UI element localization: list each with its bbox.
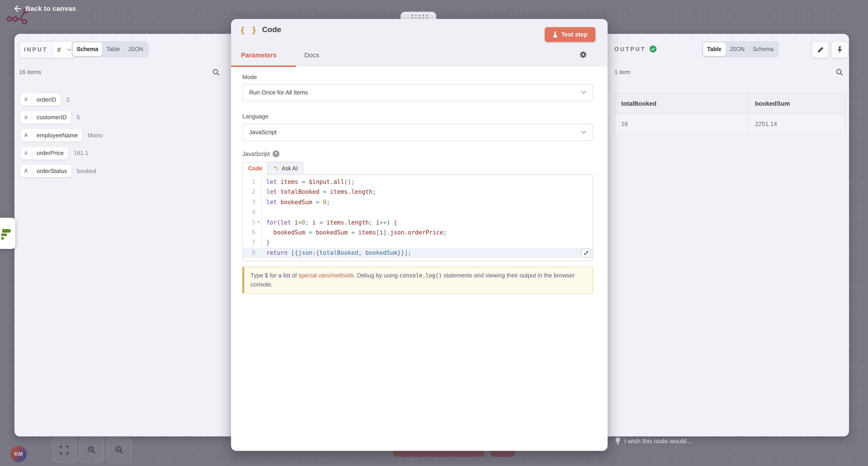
schema-field-chip[interactable]: # orderID bbox=[20, 93, 61, 106]
javascript-field-label: JavaScript bbox=[242, 150, 270, 157]
output-column-header: totalBooked bbox=[615, 93, 748, 113]
output-cell-bookedSum: 2251.14 bbox=[748, 113, 846, 134]
schema-field-name: orderPrice bbox=[32, 149, 68, 156]
input-panel-label: INPUT bbox=[24, 46, 48, 53]
editor-tab-code-label: Code bbox=[248, 165, 262, 171]
pin-data-button[interactable] bbox=[831, 41, 848, 58]
if-node-card[interactable] bbox=[0, 218, 16, 249]
input-source-group: INPUT If bbox=[19, 41, 76, 58]
pencil-icon bbox=[817, 46, 824, 53]
tab-parameters[interactable]: Parameters bbox=[241, 52, 277, 59]
popout-icon bbox=[583, 251, 588, 256]
help-icon[interactable]: ? bbox=[272, 150, 279, 157]
mode-select[interactable]: Run Once for All Items bbox=[242, 84, 593, 101]
number-type-icon: # bbox=[20, 111, 32, 124]
string-type-icon: A bbox=[20, 129, 32, 141]
schema-field-row: # customerID 5 bbox=[20, 111, 80, 124]
test-step-label: Test step bbox=[561, 31, 588, 38]
schema-field-chip[interactable]: A employeeName bbox=[20, 129, 82, 141]
mode-value: Run Once for All Items bbox=[249, 89, 308, 96]
output-search-button[interactable] bbox=[835, 68, 843, 76]
sparkles-icon bbox=[273, 165, 279, 171]
output-tab-table[interactable]: Table bbox=[703, 42, 725, 56]
schema-field-name: orderID bbox=[32, 96, 61, 103]
user-avatar[interactable]: KM bbox=[10, 446, 27, 462]
output-items-count: 1 item bbox=[614, 69, 630, 75]
output-table-row: 16 2251.14 bbox=[615, 113, 846, 134]
language-select[interactable]: JavaScript bbox=[242, 124, 593, 141]
code-editor[interactable]: 1 let items = $input.all(); 2 let totalB… bbox=[242, 174, 593, 261]
zoom-out-icon bbox=[115, 445, 124, 455]
input-view-tabs: Schema Table JSON bbox=[71, 41, 149, 57]
test-step-button[interactable]: Test step bbox=[545, 27, 595, 42]
chevron-down-icon bbox=[581, 91, 586, 94]
output-panel: OUTPUT Table JSON Schema 1 item bbox=[608, 34, 849, 436]
language-label: Language bbox=[242, 113, 269, 120]
line-number: 7 bbox=[243, 238, 262, 248]
node-title: Code bbox=[262, 25, 281, 34]
zoom-in-button[interactable] bbox=[79, 437, 104, 463]
back-to-canvas-button[interactable]: Back to canvas bbox=[14, 4, 76, 12]
input-tab-schema[interactable]: Schema bbox=[72, 42, 102, 56]
fit-view-button[interactable] bbox=[52, 437, 76, 463]
schema-field-name: employeeName bbox=[32, 132, 82, 138]
tab-docs[interactable]: Docs bbox=[304, 52, 319, 59]
output-panel-label: OUTPUT bbox=[614, 46, 646, 52]
pin-icon bbox=[836, 46, 843, 53]
schema-field-name: customerID bbox=[32, 114, 71, 121]
editor-tab-ask-ai[interactable]: Ask AI bbox=[267, 162, 304, 175]
expand-editor-button[interactable] bbox=[581, 248, 590, 258]
output-cell-totalBooked: 16 bbox=[615, 113, 748, 134]
input-panel-label-wrap: INPUT bbox=[20, 41, 53, 58]
if-node-icon bbox=[0, 227, 14, 240]
input-search-button[interactable] bbox=[212, 68, 219, 76]
zoom-out-button[interactable] bbox=[107, 437, 131, 463]
schema-field-value: 2 bbox=[66, 96, 69, 103]
back-arrow-icon bbox=[14, 5, 21, 11]
input-tab-json[interactable]: JSON bbox=[124, 42, 147, 56]
schema-field-row: # orderID 2 bbox=[20, 93, 69, 106]
schema-field-value: Mario bbox=[88, 132, 102, 138]
drag-dots-icon bbox=[410, 14, 428, 18]
gear-icon bbox=[579, 51, 587, 59]
schema-field-chip[interactable]: A orderStatus bbox=[20, 164, 71, 177]
schema-field-row: A employeeName Mario bbox=[20, 129, 102, 141]
schema-field-chip[interactable]: # orderPrice bbox=[20, 146, 68, 159]
input-source-value: If bbox=[57, 46, 60, 53]
line-number: 2 bbox=[243, 187, 262, 197]
app-canvas: Back to canvas KM I wish th bbox=[0, 0, 868, 466]
number-type-icon: # bbox=[20, 146, 32, 159]
special-vars-link[interactable]: special vars/methods. bbox=[298, 272, 355, 279]
line-number: 8 bbox=[243, 248, 262, 258]
code-line: 3 let bookedSum = 0; bbox=[243, 197, 593, 208]
fold-chevron-icon[interactable] bbox=[257, 220, 260, 223]
back-to-canvas-label: Back to canvas bbox=[25, 4, 76, 12]
code-line: 4 bbox=[243, 207, 593, 218]
node-settings-button[interactable] bbox=[579, 51, 587, 59]
zoom-in-icon bbox=[87, 445, 96, 455]
number-type-icon: # bbox=[20, 93, 32, 106]
output-tab-schema[interactable]: Schema bbox=[749, 42, 778, 56]
mode-label: Mode bbox=[242, 73, 257, 80]
node-wish-feedback-button[interactable]: I wish this node would... bbox=[615, 437, 691, 445]
schema-field-chip[interactable]: # customerID bbox=[20, 111, 71, 124]
editor-tab-code[interactable]: Code bbox=[242, 162, 268, 175]
input-tab-table[interactable]: Table bbox=[102, 42, 124, 56]
output-view-tabs: Table JSON Schema bbox=[702, 41, 779, 57]
success-check-icon bbox=[649, 45, 657, 53]
output-tab-json[interactable]: JSON bbox=[725, 42, 749, 56]
node-wish-label: I wish this node would... bbox=[624, 437, 691, 444]
schema-field-row: A orderStatus booked bbox=[20, 164, 96, 177]
code-node-modal: { } Code Test step Parameters Docs bbox=[231, 19, 608, 451]
code-line: 7 } bbox=[243, 238, 593, 248]
active-tab-underline bbox=[231, 65, 296, 67]
edit-output-button[interactable] bbox=[811, 41, 829, 58]
line-number: 6 bbox=[243, 228, 262, 238]
schema-field-row: # orderPrice 161.1 bbox=[20, 146, 88, 159]
output-column-header: bookedSum bbox=[748, 93, 846, 113]
editor-hint-box: Type $ for a list of special vars/method… bbox=[242, 267, 593, 294]
line-number: 1 bbox=[243, 177, 262, 187]
lightbulb-icon bbox=[615, 437, 621, 445]
chevron-down-icon bbox=[581, 131, 586, 134]
input-panel: INPUT If Schema Table JSON 16 items bbox=[14, 34, 231, 436]
